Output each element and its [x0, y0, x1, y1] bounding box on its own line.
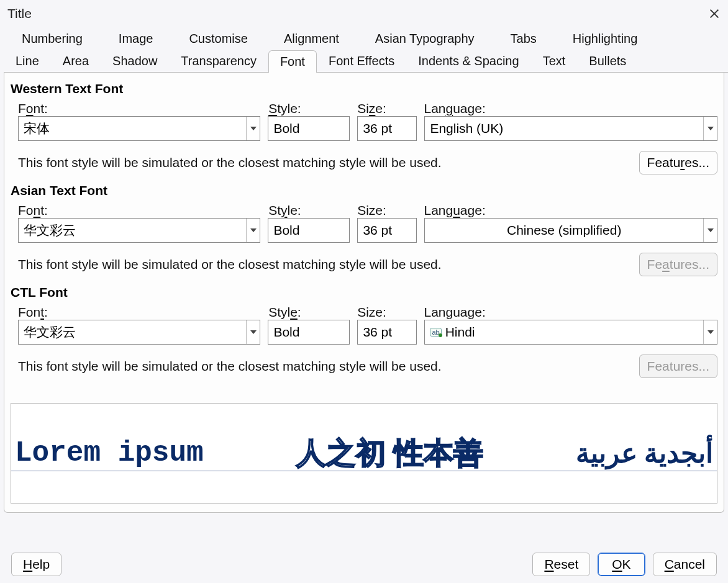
asian-font-combo[interactable] — [18, 218, 260, 243]
close-icon[interactable] — [708, 7, 721, 20]
chevron-down-icon[interactable] — [703, 320, 717, 344]
ok-button[interactable]: OK — [598, 553, 645, 576]
ctl-lang-text: Hindi — [445, 325, 475, 340]
preview-asian: 人之初 性本善 — [296, 433, 483, 473]
asian-note: This font style will be simulated or the… — [18, 257, 627, 272]
help-button[interactable]: Help — [11, 553, 61, 576]
tab-line[interactable]: Line — [4, 50, 51, 72]
reset-button[interactable]: Reset — [532, 553, 590, 576]
cancel-button[interactable]: Cancel — [653, 553, 717, 576]
asian-features-button: Features... — [639, 253, 717, 276]
tab-image[interactable]: Image — [101, 27, 171, 50]
tab-area[interactable]: Area — [51, 50, 101, 72]
label-size-ctl: Size: — [357, 305, 416, 320]
titlebar: Title — [0, 0, 728, 27]
label-style-western: Style: — [268, 101, 350, 116]
preview-western: Lorem ipsum — [15, 437, 204, 469]
section-asian-title: Asian Text Font — [11, 183, 717, 198]
asian-size-combo[interactable] — [357, 218, 417, 243]
ctl-style-combo[interactable] — [268, 320, 350, 345]
ctl-lang-value: ab Hindi — [425, 320, 703, 344]
ctl-note: This font style will be simulated or the… — [18, 359, 627, 374]
asian-font-input[interactable] — [19, 219, 246, 242]
chevron-down-icon[interactable] — [246, 117, 260, 140]
preview-ctl: أبجدية عربية — [576, 437, 713, 469]
western-lang-value: English (UK) — [425, 117, 703, 140]
chevron-down-icon[interactable] — [703, 219, 717, 242]
spellcheck-icon: ab — [430, 328, 441, 337]
label-style-asian: Style: — [268, 203, 350, 218]
ctl-font-combo[interactable] — [18, 320, 260, 345]
label-lang-ctl: Language: — [424, 305, 717, 320]
tab-highlighting[interactable]: Highlighting — [555, 27, 656, 50]
label-font-asian: Font: — [18, 203, 261, 218]
western-size-combo[interactable] — [357, 116, 417, 141]
western-note: This font style will be simulated or the… — [18, 155, 627, 170]
tab-text[interactable]: Text — [531, 50, 578, 72]
chevron-down-icon[interactable] — [246, 320, 260, 344]
tab-strip: Numbering Image Customise Alignment Asia… — [0, 27, 728, 73]
ctl-lang-combo[interactable]: ab Hindi — [424, 320, 717, 345]
chevron-down-icon[interactable] — [703, 117, 717, 140]
tab-asian-typography[interactable]: Asian Typography — [357, 27, 493, 50]
window-title: Title — [7, 6, 32, 21]
western-lang-combo[interactable]: English (UK) — [424, 116, 717, 141]
label-size-asian: Size: — [357, 203, 416, 218]
label-style-ctl: Style: — [268, 305, 350, 320]
western-font-input[interactable] — [19, 117, 246, 140]
western-font-combo[interactable] — [18, 116, 260, 141]
tab-alignment[interactable]: Alignment — [266, 27, 357, 50]
tab-tabs[interactable]: Tabs — [493, 27, 555, 50]
section-ctl-title: CTL Font — [11, 285, 717, 300]
western-style-combo[interactable] — [268, 116, 350, 141]
label-size-western: Size: — [357, 101, 416, 116]
tab-bullets[interactable]: Bullets — [577, 50, 638, 72]
ctl-features-button: Features... — [639, 355, 717, 378]
font-panel: Western Text Font Font: Style: Size: Lan… — [4, 73, 724, 513]
tab-font-effects[interactable]: Font Effects — [317, 50, 406, 72]
label-font-western: Font: — [18, 101, 261, 116]
tab-font[interactable]: Font — [268, 50, 317, 73]
dialog-footer: Help Reset OK Cancel — [0, 546, 728, 583]
tab-shadow[interactable]: Shadow — [101, 50, 169, 72]
ctl-size-combo[interactable] — [357, 320, 417, 345]
chevron-down-icon[interactable] — [246, 219, 260, 242]
label-font-ctl: Font: — [18, 305, 261, 320]
tab-transparency[interactable]: Transparency — [169, 50, 268, 72]
asian-lang-combo[interactable]: Chinese (simplified) — [424, 218, 717, 243]
tab-row-1: Numbering Image Customise Alignment Asia… — [4, 27, 728, 50]
tab-customise[interactable]: Customise — [171, 27, 265, 50]
asian-style-combo[interactable] — [268, 218, 350, 243]
tab-numbering[interactable]: Numbering — [4, 27, 101, 50]
tab-indents-spacing[interactable]: Indents & Spacing — [406, 50, 530, 72]
section-western-title: Western Text Font — [11, 81, 717, 96]
label-lang-asian: Language: — [424, 203, 717, 218]
font-preview: Lorem ipsum 人之初 性本善 أبجدية عربية — [11, 403, 717, 504]
western-features-button[interactable]: Features... — [639, 151, 717, 174]
ctl-font-input[interactable] — [19, 320, 246, 344]
asian-lang-value: Chinese (simplified) — [425, 219, 703, 242]
tab-row-2: Line Area Shadow Transparency Font Font … — [4, 50, 728, 73]
label-lang-western: Language: — [424, 101, 717, 116]
